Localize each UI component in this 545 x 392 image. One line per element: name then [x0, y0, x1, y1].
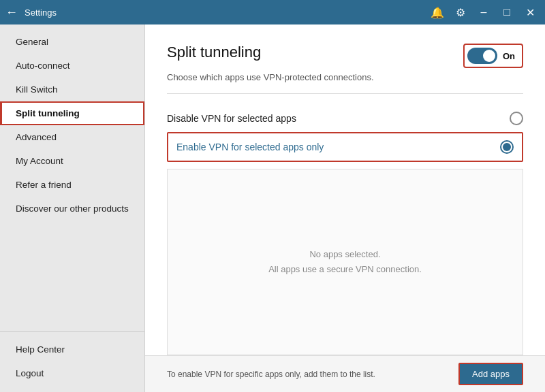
sidebar-item-logout[interactable]: Logout	[0, 361, 144, 385]
sidebar-item-advanced[interactable]: Advanced	[0, 125, 144, 149]
option-disable-vpn-radio[interactable]	[510, 112, 523, 125]
titlebar: ← Settings 🔔 ⚙ – □ ✕	[0, 0, 545, 24]
option-enable-vpn-radio[interactable]	[500, 140, 514, 154]
option-disable-vpn-label: Disable VPN for selected apps	[167, 113, 296, 124]
content-header: Split tunneling On	[167, 44, 523, 68]
maximize-button[interactable]: □	[497, 3, 516, 22]
sidebar-item-general[interactable]: General	[0, 30, 144, 54]
notification-icon[interactable]: 🔔	[428, 3, 447, 22]
sidebar-item-help-center[interactable]: Help Center	[0, 338, 144, 361]
option-disable-vpn-row[interactable]: Disable VPN for selected apps	[167, 105, 523, 132]
split-tunneling-toggle[interactable]	[467, 48, 497, 64]
sidebar-item-my-account[interactable]: My Account	[0, 149, 144, 173]
toggle-label: On	[503, 51, 515, 61]
option-enable-vpn-label: Enable VPN for selected apps only	[176, 142, 324, 152]
apps-list-area: No apps selected. All apps use a secure …	[167, 169, 523, 355]
sidebar-item-auto-connect[interactable]: Auto-connect	[0, 54, 144, 78]
footer-instructions: To enable VPN for specific apps only, ad…	[167, 370, 448, 379]
window-controls: 🔔 ⚙ – □ ✕	[428, 3, 540, 22]
sidebar-item-split-tunneling[interactable]: Split tunneling	[0, 101, 144, 125]
minimize-button[interactable]: –	[474, 3, 493, 22]
content-subtitle: Choose which apps use VPN-protected conn…	[167, 72, 523, 82]
content-area: Split tunneling On Choose which apps use…	[145, 24, 545, 392]
apps-empty-message: No apps selected. All apps use a secure …	[268, 247, 422, 277]
sidebar-bottom: Help Center Logout	[0, 331, 144, 392]
sidebar-item-refer-a-friend[interactable]: Refer a friend	[0, 173, 144, 197]
window-title: Settings	[25, 7, 428, 18]
close-button[interactable]: ✕	[520, 3, 540, 22]
option-enable-vpn-row[interactable]: Enable VPN for selected apps only	[167, 132, 523, 162]
back-button[interactable]: ←	[5, 6, 18, 18]
settings-icon[interactable]: ⚙	[451, 3, 470, 22]
page-title: Split tunneling	[167, 44, 261, 61]
content-footer: To enable VPN for specific apps only, ad…	[145, 355, 545, 392]
divider	[167, 93, 523, 94]
main-layout: General Auto-connect Kill Switch Split t…	[0, 24, 545, 392]
sidebar-item-discover[interactable]: Discover our other products	[0, 197, 144, 220]
toggle-container: On	[463, 44, 523, 68]
add-apps-button[interactable]: Add apps	[458, 363, 523, 385]
sidebar-item-kill-switch[interactable]: Kill Switch	[0, 78, 144, 101]
sidebar-nav: General Auto-connect Kill Switch Split t…	[0, 24, 144, 331]
sidebar: General Auto-connect Kill Switch Split t…	[0, 24, 145, 392]
